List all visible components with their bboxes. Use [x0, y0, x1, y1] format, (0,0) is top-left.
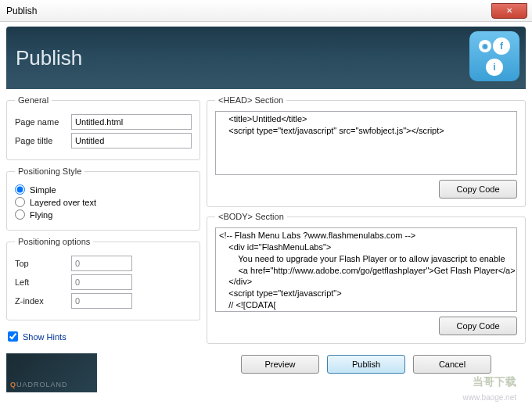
left-input[interactable]: [71, 274, 132, 290]
top-label: Top: [15, 259, 71, 268]
copy-body-button[interactable]: Copy Code: [439, 317, 517, 335]
show-hints-label: Show Hints: [23, 332, 66, 342]
positioning-style-legend: Positioning Style: [15, 166, 84, 176]
show-hints-input[interactable]: [8, 331, 18, 342]
radio-layered-label: Layered over text: [30, 198, 96, 207]
radio-layered-input[interactable]: [15, 197, 25, 207]
show-hints-check[interactable]: Show Hints: [8, 331, 200, 342]
logo: QUADROLAND: [6, 353, 97, 392]
close-icon: ✕: [506, 6, 512, 15]
copy-head-button[interactable]: Copy Code: [439, 180, 517, 199]
positioning-options-group: Positioning options Top Left Z-index: [6, 237, 200, 320]
radio-simple-input[interactable]: [15, 184, 25, 195]
cancel-button[interactable]: Cancel: [413, 355, 491, 374]
top-input[interactable]: [71, 256, 132, 271]
radio-simple-label: Simple: [30, 185, 56, 195]
publish-icon: ◉ f i: [469, 31, 519, 81]
general-legend: General: [15, 95, 52, 105]
general-group: General Page name Page tiltle: [6, 95, 200, 160]
header-band: Publish ◉ f i: [6, 27, 526, 89]
zindex-label: Z-index: [15, 296, 71, 306]
page-name-input[interactable]: [71, 114, 192, 130]
zindex-input[interactable]: [71, 293, 132, 309]
body-section-legend: <BODY> Section: [215, 212, 287, 221]
logo-text: QUADROLAND: [10, 381, 68, 388]
radio-flying-label: Flying: [30, 210, 52, 220]
radio-simple[interactable]: Simple: [15, 184, 192, 195]
orb-icon: ◉: [479, 40, 491, 52]
head-section-group: <HEAD> Section Copy Code: [207, 95, 526, 207]
publish-button[interactable]: Publish: [327, 355, 405, 374]
radio-flying[interactable]: Flying: [15, 209, 192, 220]
titlebar-buttons: ✕: [491, 3, 532, 19]
title-bar: Publish ✕: [0, 0, 532, 22]
window-title: Publish: [6, 5, 37, 16]
preview-button[interactable]: Preview: [241, 355, 319, 374]
page-title-input[interactable]: [71, 133, 192, 149]
f-icon: f: [493, 38, 510, 55]
radio-flying-input[interactable]: [15, 209, 25, 220]
header-title: Publish: [16, 46, 82, 70]
i-icon: i: [486, 59, 503, 76]
positioning-options-legend: Positioning options: [15, 237, 93, 246]
head-section-legend: <HEAD> Section: [215, 95, 286, 105]
footer-buttons: Preview Publish Cancel: [207, 355, 526, 374]
close-button[interactable]: ✕: [491, 3, 527, 19]
body-code[interactable]: [215, 227, 517, 312]
page-name-label: Page name: [15, 117, 71, 127]
positioning-style-group: Positioning Style Simple Layered over te…: [6, 166, 200, 231]
radio-layered[interactable]: Layered over text: [15, 197, 192, 207]
left-label: Left: [15, 277, 71, 287]
head-code[interactable]: [215, 111, 517, 175]
page-title-label: Page tiltle: [15, 136, 71, 145]
body-section-group: <BODY> Section Copy Code: [207, 212, 526, 344]
